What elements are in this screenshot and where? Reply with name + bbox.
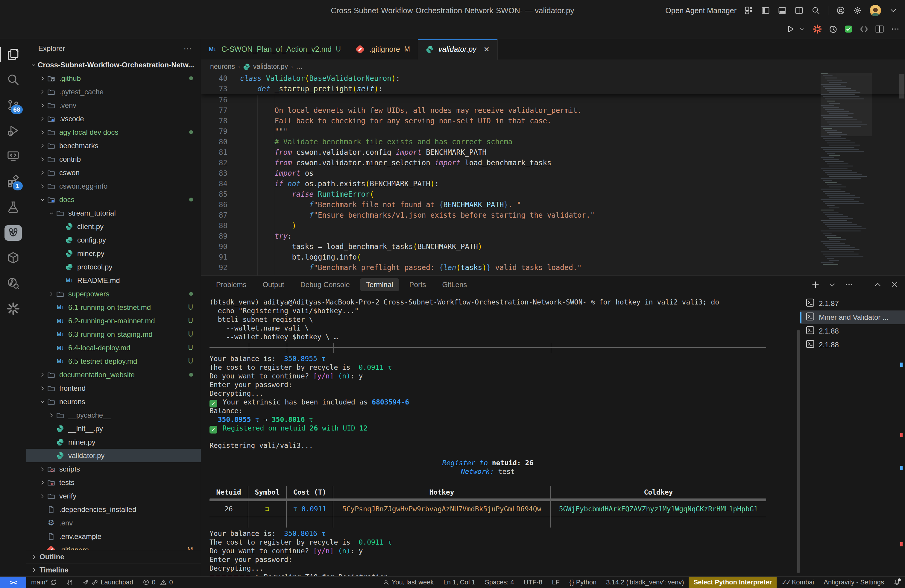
tree-item-config.py[interactable]: config.py [26,233,201,247]
terminal-list-item[interactable]: 2.1.88 [800,338,905,352]
more-icon[interactable] [891,25,900,33]
breadcrumb-item[interactable]: neurons [210,63,235,71]
tree-item-.dependencies-installed[interactable]: .dependencies_installed [26,503,201,516]
activity-package-explorer[interactable] [0,245,26,271]
plus-icon[interactable] [811,280,820,289]
tree-item-validator.py[interactable]: validator.py [26,449,201,462]
tree-item-cswon[interactable]: cswon [26,166,201,180]
tree-item-.env.example[interactable]: .env.example [26,530,201,543]
gear-icon[interactable] [853,6,862,15]
tree-item-protocol.py[interactable]: protocol.py [26,260,201,273]
tree-item-contrib[interactable]: contrib [26,153,201,166]
status-select-python-interpreter[interactable]: Select Python Interpreter [689,577,776,588]
panel-bottom-icon[interactable] [778,6,787,15]
tab-validator.py[interactable]: validator.py✕ [418,39,498,60]
code-tags-icon[interactable] [859,25,868,33]
activity-search[interactable] [0,67,26,93]
sidebar-section-outline[interactable]: Outline [26,550,201,563]
activity-remote-explorer[interactable] [0,144,26,169]
tree-item-6.4-local-deploy.md[interactable]: M↓6.4-local-deploy.mdU [26,341,201,354]
tree-item-agy-local-dev-docs[interactable]: agy local dev docs [26,126,201,139]
sidebar-section-timeline[interactable]: Timeline [26,563,201,576]
activity-testing[interactable] [0,195,26,220]
status-problems[interactable]: 00 [138,577,178,588]
breadcrumb-item[interactable]: validator.py [253,63,288,71]
chevron-up-icon[interactable] [873,280,882,289]
terminal-list-item[interactable]: 2.1.88 [800,324,905,338]
tree-item-neurons[interactable]: neurons [26,395,201,408]
status-antigravity-settings[interactable]: Antigravity - Settings [819,577,889,588]
open-agent-manager-button[interactable]: Open Agent Manager [665,6,737,15]
terminal-list-item[interactable]: Miner and Validator ... [800,310,905,324]
tree-item-documentation-website[interactable]: documentation_website [26,368,201,381]
tree-item-client.py[interactable]: client.py [26,220,201,233]
activity-extensions[interactable]: 1 [0,169,26,195]
activity-dog-extension[interactable] [0,220,26,245]
status-source-control-author[interactable]: You, last week [378,577,439,588]
split-editor-icon[interactable] [875,25,884,33]
tree-item-benchmarks[interactable]: benchmarks [26,139,201,153]
tab-.gitignore[interactable]: .gitignoreM [349,39,418,60]
tree-item-.venv[interactable]: .venv [26,99,201,112]
status-launchpad[interactable]: Launchpad [78,577,138,588]
terminal-list-item[interactable]: 2.1.87 [800,297,905,310]
status-encoding[interactable]: UTF-8 [519,577,547,588]
kombai-star-orange-icon[interactable] [813,25,822,33]
terminal[interactable]: (btsdk_venv) aditya@Adityas-MacBook-Pro-… [201,294,800,576]
status-python-version[interactable]: 3.14.2 ('btsdk_venv': venv) [601,577,689,588]
status-compare-changes[interactable] [62,577,78,588]
chevron-down-sm-icon[interactable] [828,280,837,289]
tree-item-frontend[interactable]: frontend [26,381,201,395]
status-remote-indicator[interactable]: >< [0,577,26,588]
layout-grid-icon[interactable] [744,6,753,15]
editor-scrollbar[interactable] [899,74,904,99]
tree-item-tests[interactable]: tests [26,476,201,489]
green-check-icon[interactable] [844,25,853,33]
tree-item--init-.py[interactable]: __init__.py [26,422,201,435]
breadcrumb[interactable]: neurons›validator.py›… [201,60,905,73]
tree-item--pycache-[interactable]: __pycache__ [26,408,201,422]
tree-item-readme.md[interactable]: M↓README.md [26,273,201,287]
panel-left-icon[interactable] [761,6,770,15]
tree-item-.vscode[interactable]: .vscode [26,112,201,126]
status-eol[interactable]: LF [547,577,564,588]
tree-item-cswon.egg-info[interactable]: cswon.egg-info [26,180,201,193]
chrome-icon[interactable] [836,6,845,15]
status-language-mode[interactable]: { }Python [564,577,601,588]
sidebar-more-actions-button[interactable]: ⋯ [183,44,192,54]
status-cursor-position[interactable]: Ln 1, Col 1 [439,577,480,588]
tree-item-.pytest-cache[interactable]: .pytest_cache [26,85,201,99]
close-icon[interactable] [890,280,899,289]
tab-c-swon-plan-of-action-v2.md[interactable]: M↓C-SWON_Plan_of_Action_v2.mdU [201,39,349,60]
tree-item-verify[interactable]: verify [26,489,201,503]
panel-tab-debug-console[interactable]: Debug Console [294,278,356,291]
history-icon[interactable] [829,25,837,33]
tree-item-docs[interactable]: docs [26,193,201,206]
panel-right-icon[interactable] [795,6,803,15]
activity-kombai[interactable] [0,296,26,322]
more-icon[interactable] [845,280,854,289]
close-tab-icon[interactable]: ✕ [484,45,490,54]
search-icon[interactable] [811,6,820,15]
activity-gitlens[interactable] [0,271,26,296]
tree-item-scripts[interactable]: scripts [26,462,201,476]
tree-item-miner.py[interactable]: miner.py [26,247,201,260]
tree-item-stream-tutorial[interactable]: stream_tutorial [26,206,201,220]
tree-item-.gitignore[interactable]: .gitignoreM [26,543,201,550]
chevron-down-icon[interactable] [889,6,898,15]
run-icon[interactable] [786,25,795,33]
panel-tab-output[interactable]: Output [256,278,290,291]
tree-item-miner.py[interactable]: miner.py [26,435,201,449]
activity-run-debug[interactable] [0,118,26,144]
tree-item-.github[interactable]: .github [26,72,201,85]
status-notifications[interactable] [889,577,905,588]
tree-item-6.2-running-on-mainnet.md[interactable]: M↓6.2-running-on-mainnet.mdU [26,314,201,327]
status-branch[interactable]: main* [26,577,62,588]
tree-root-cross-subnet-workflow-orchestration-netw...[interactable]: Cross-Subnet-Workflow-Orchestration-Netw… [26,58,201,72]
tree-item-6.3-running-on-staging.md[interactable]: M↓6.3-running-on-staging.mdU [26,327,201,341]
tree-item-.env[interactable]: ⚙.env [26,516,201,530]
panel-tab-ports[interactable]: Ports [403,278,432,291]
activity-source-control[interactable]: 68 [0,93,26,118]
tree-item-superpowers[interactable]: superpowers [26,287,201,300]
minimap[interactable] [821,73,872,275]
